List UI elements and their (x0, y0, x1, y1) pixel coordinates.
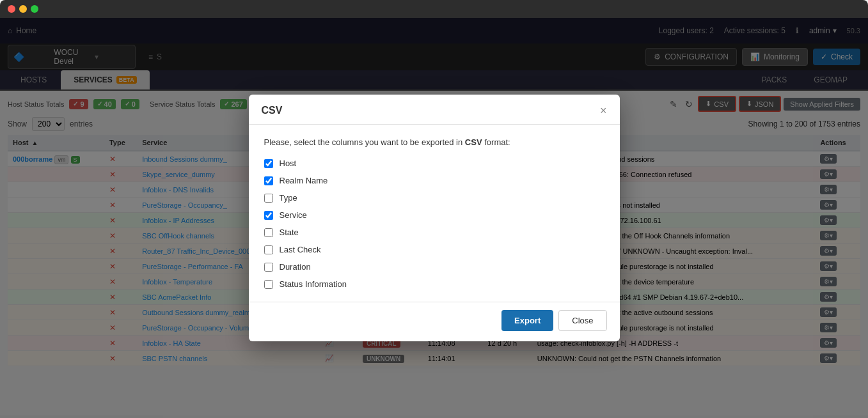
checkbox-service-label[interactable]: Service (280, 210, 307, 220)
checkbox-lastcheck-label[interactable]: Last Check (280, 245, 321, 254)
checkbox-service-input[interactable] (264, 211, 273, 220)
modal-header: CSV × (249, 95, 620, 125)
window-chrome (0, 0, 868, 18)
csv-modal: CSV × Please, select the columns you wan… (249, 95, 620, 341)
modal-overlay[interactable]: CSV × Please, select the columns you wan… (0, 18, 868, 415)
checkbox-statusinfo-label[interactable]: Status Information (280, 279, 347, 289)
checkbox-type: Type (264, 193, 604, 203)
close-button[interactable]: Close (558, 310, 606, 331)
checkbox-list: Host Realm Name Type Service State (264, 159, 604, 289)
checkbox-service: Service (264, 210, 604, 220)
checkbox-state-label[interactable]: State (280, 228, 299, 237)
modal-footer: Export Close (249, 302, 620, 341)
checkbox-lastcheck: Last Check (264, 245, 604, 254)
modal-desc-highlight: CSV (465, 137, 482, 147)
checkbox-type-input[interactable] (264, 194, 273, 203)
checkbox-statusinfo-input[interactable] (264, 280, 273, 289)
checkbox-realm-label[interactable]: Realm Name (280, 176, 328, 185)
checkbox-statusinfo: Status Information (264, 279, 604, 289)
minimize-button[interactable] (19, 5, 27, 13)
modal-close-button[interactable]: × (600, 105, 607, 116)
checkbox-realm: Realm Name (264, 176, 604, 185)
checkbox-state-input[interactable] (264, 228, 273, 237)
modal-description: Please, select the columns you want to b… (264, 137, 604, 147)
close-button[interactable] (8, 5, 15, 13)
checkbox-host: Host (264, 159, 604, 168)
checkbox-lastcheck-input[interactable] (264, 245, 273, 254)
modal-title: CSV (262, 105, 283, 116)
checkbox-host-input[interactable] (264, 159, 273, 168)
maximize-button[interactable] (31, 5, 38, 13)
export-button[interactable]: Export (501, 310, 553, 331)
checkbox-state: State (264, 228, 604, 237)
checkbox-host-label[interactable]: Host (280, 159, 297, 168)
checkbox-duration-input[interactable] (264, 263, 273, 272)
checkbox-duration: Duration (264, 262, 604, 272)
checkbox-realm-input[interactable] (264, 176, 273, 185)
checkbox-type-label[interactable]: Type (280, 193, 297, 203)
modal-desc-end: format: (482, 137, 510, 147)
modal-body: Please, select the columns you want to b… (249, 125, 620, 302)
modal-desc-text: Please, select the columns you want to b… (264, 137, 465, 147)
checkbox-duration-label[interactable]: Duration (280, 262, 311, 272)
